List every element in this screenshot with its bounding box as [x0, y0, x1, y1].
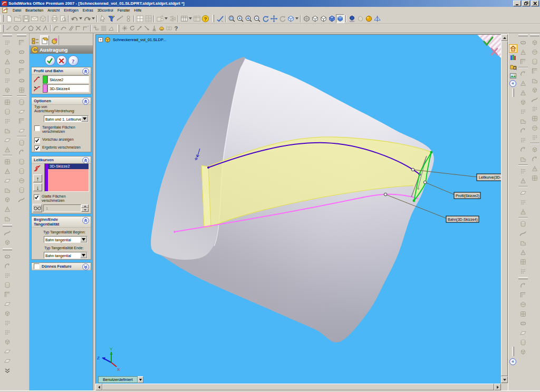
centerline-icon[interactable]	[42, 24, 49, 33]
surface-loft-icon[interactable]	[1, 309, 14, 318]
triangle-icon[interactable]	[107, 24, 114, 33]
taskpane-grip[interactable]	[512, 347, 514, 356]
horizontal-scroll-thumb[interactable]	[102, 384, 494, 390]
toolbar-grip[interactable]	[3, 248, 12, 250]
combo-dropdown-button[interactable]	[81, 116, 88, 122]
arrow-ne-icon[interactable]	[136, 24, 143, 33]
select-icon[interactable]	[99, 14, 107, 23]
coil-icon[interactable]	[1, 76, 14, 85]
arrow-se-icon[interactable]	[143, 24, 150, 33]
align-icon[interactable]	[528, 145, 540, 154]
group-header[interactable]: Profil und Bahn	[32, 67, 91, 75]
combo-dropdown-button[interactable]	[80, 237, 87, 242]
selection-filter-icon[interactable]	[107, 14, 115, 23]
surface-revolve-icon[interactable]	[1, 290, 14, 299]
snap-icon[interactable]	[528, 164, 540, 173]
group-header[interactable]: Optionen	[32, 97, 91, 105]
thin-feature-checkbox[interactable]	[34, 263, 40, 269]
line2-icon[interactable]	[517, 69, 529, 79]
toolbar-grip[interactable]	[530, 34, 539, 36]
menu-3dcontrol[interactable]: 3Dcontrol	[95, 7, 115, 14]
fine-grid-icon[interactable]	[100, 24, 107, 33]
point2-icon[interactable]	[517, 145, 529, 154]
view-orientation-value[interactable]: Benutzerdefiniert	[98, 376, 138, 383]
arc-tangent-icon[interactable]	[517, 116, 529, 126]
toolbar-grip[interactable]	[3, 224, 12, 227]
arc-3point-icon[interactable]	[517, 126, 529, 135]
boundary-boss-icon[interactable]	[15, 166, 28, 176]
cancel-button[interactable]	[56, 55, 67, 66]
dense-grid-icon[interactable]	[144, 14, 152, 23]
bead-icon[interactable]	[124, 14, 132, 23]
chamfer-icon[interactable]	[1, 107, 14, 116]
reference-plane-icon[interactable]	[1, 252, 14, 261]
path-selection-box[interactable]: 3D-Skizze4	[47, 84, 89, 92]
draft-icon[interactable]	[1, 126, 14, 135]
reference-point-icon[interactable]	[1, 228, 14, 238]
snap-grid-icon[interactable]	[517, 176, 529, 185]
callout-profil[interactable]: Profil(Skizze2)	[454, 192, 480, 199]
configurationmanager-tab[interactable]	[50, 36, 59, 45]
menu-bearbeiten[interactable]: Bearbeiten	[23, 7, 45, 14]
face-curves-icon[interactable]	[15, 116, 28, 126]
callout-bahn[interactable]: Bahn(3D-Skizze4)	[446, 216, 479, 222]
tangent-arc-icon[interactable]	[52, 24, 60, 33]
surface-trim-icon[interactable]	[1, 356, 14, 366]
vertical-scroll-thumb[interactable]	[501, 41, 508, 376]
group-header[interactable]: Dünnes Feature	[32, 263, 91, 270]
rotate-entities-icon[interactable]	[517, 290, 529, 300]
split-entities-icon[interactable]	[517, 267, 529, 276]
collapse-chevron-icon[interactable]	[82, 217, 89, 224]
more-tools-icon[interactable]	[1, 366, 14, 375]
tolerance-icon[interactable]	[528, 133, 540, 142]
toolbar-grip[interactable]	[518, 34, 528, 36]
dome-icon[interactable]	[1, 85, 14, 95]
standard-views-icon[interactable]	[286, 14, 295, 23]
corner-dotted-icon[interactable]	[82, 24, 89, 33]
zoom-fit-icon[interactable]	[227, 14, 236, 23]
verify-icon[interactable]	[216, 14, 224, 23]
scale-entities-icon[interactable]	[517, 300, 529, 309]
trim-icon[interactable]	[517, 248, 529, 257]
display-relations-icon[interactable]	[528, 104, 540, 114]
rectangle-icon[interactable]	[517, 79, 529, 88]
guide-curves-listbox[interactable]: 3D-Skizze2	[44, 163, 89, 192]
print-preview-icon[interactable]	[59, 14, 67, 23]
help-icon[interactable]: ?	[201, 14, 209, 23]
section-number-spinner[interactable]	[81, 204, 89, 212]
shadows-icon[interactable]	[348, 14, 356, 23]
merge-result-checkbox[interactable]	[34, 145, 40, 151]
scroll-right-button[interactable]	[494, 384, 501, 390]
gem-icon[interactable]	[15, 76, 28, 85]
close-sketch-icon[interactable]	[517, 347, 529, 357]
swept-boss-icon[interactable]	[1, 57, 14, 66]
open-icon[interactable]	[13, 14, 22, 23]
dim-vertical-icon[interactable]	[517, 198, 529, 207]
derive-icon[interactable]	[156, 14, 164, 23]
pinwheel-icon[interactable]	[168, 14, 177, 23]
propertymanager-tab[interactable]	[40, 35, 49, 45]
solidworks-resources-icon[interactable]	[509, 44, 517, 53]
menu-hilfe[interactable]: Hilfe	[132, 7, 143, 14]
help-dark-icon[interactable]: ?	[172, 24, 180, 33]
combo-dropdown-button[interactable]	[80, 252, 87, 258]
arc-center-icon[interactable]	[517, 107, 529, 116]
convert-sketch-icon[interactable]	[517, 229, 529, 238]
pan-icon[interactable]	[269, 14, 278, 23]
hidden-lines-removed-icon[interactable]	[319, 14, 327, 23]
menu-fenster[interactable]: Fenster	[115, 7, 132, 14]
freeform-icon[interactable]	[15, 176, 28, 185]
diamond-small-icon[interactable]	[517, 57, 529, 66]
mail-icon[interactable]	[30, 14, 38, 23]
pattern-menu-icon[interactable]	[1, 214, 14, 223]
surface-extrude-icon[interactable]	[1, 280, 14, 290]
expand-tree-icon[interactable]: +	[98, 37, 103, 42]
end-tangency-combobox[interactable]: Bahn tangential	[44, 252, 88, 259]
extruded-boss-icon[interactable]	[1, 38, 14, 47]
knit-surface-icon[interactable]	[1, 328, 14, 337]
pane-grid-icon[interactable]	[136, 14, 144, 23]
planar-surface-icon[interactable]	[1, 337, 14, 347]
begin-tangency-combobox[interactable]: Bahn tangential	[44, 236, 88, 243]
gear-icon[interactable]	[1, 185, 14, 195]
sketch-pencil-icon[interactable]	[5, 24, 12, 33]
